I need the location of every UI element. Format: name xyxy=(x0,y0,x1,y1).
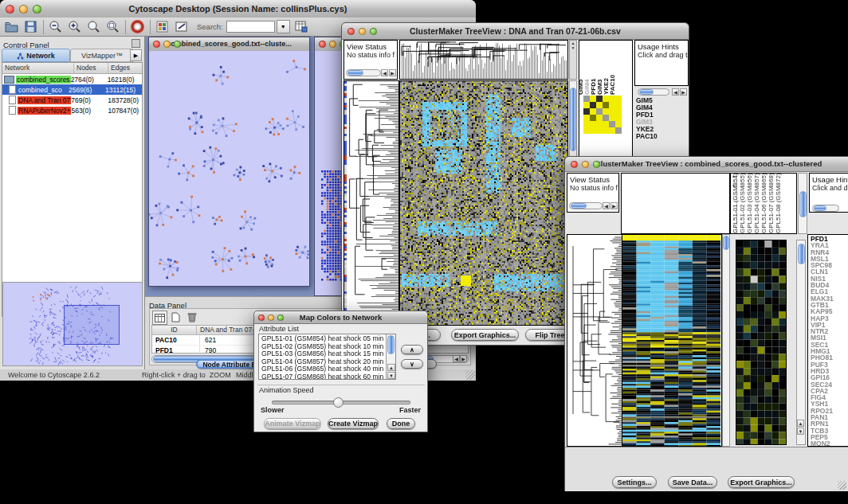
heatmap-vscrollbar[interactable] xyxy=(722,234,730,447)
slider-thumb[interactable] xyxy=(333,397,344,408)
network-view-titlebar[interactable]: combined_scores_good.txt--cluste... xyxy=(149,37,309,52)
close-button[interactable] xyxy=(319,41,326,48)
scroll-down-icon[interactable]: ▼ xyxy=(797,428,804,435)
zoom-selected-icon[interactable] xyxy=(105,19,120,34)
delete-attribute-icon[interactable] xyxy=(185,311,198,323)
open-folder-icon[interactable] xyxy=(4,19,19,34)
float-panel-icon[interactable] xyxy=(132,39,140,48)
scroll-right-icon[interactable]: ▶ xyxy=(389,69,396,76)
network-overview[interactable] xyxy=(2,282,143,366)
new-attribute-icon[interactable] xyxy=(169,311,183,323)
treeview-combined-titlebar[interactable]: ClusterMaker TreeView : combined_scores_… xyxy=(565,157,848,172)
move-down-button[interactable]: ∨ xyxy=(401,359,423,369)
zoom-button[interactable] xyxy=(174,41,181,48)
dendrogram-scroll-strip[interactable]: ▲▼ xyxy=(569,40,577,80)
scroll-up-icon[interactable]: ▲ xyxy=(387,364,395,371)
row-dendrogram-panel[interactable] xyxy=(567,234,622,447)
scroll-left-icon[interactable]: ◀ xyxy=(381,69,388,76)
save-icon[interactable] xyxy=(23,19,38,34)
scroll-right-icon[interactable]: ▶ xyxy=(460,355,467,362)
attribute-listbox[interactable]: GPL51-01 (GSM854) heat shock 05 minGPL51… xyxy=(258,334,396,380)
zoom-button[interactable] xyxy=(33,5,41,14)
network-list-row[interactable]: combined_scores2764(0)16218(0) xyxy=(2,74,142,84)
done-button[interactable]: Done xyxy=(387,418,415,429)
animation-speed-slider[interactable] xyxy=(272,400,410,404)
close-button[interactable] xyxy=(6,5,14,14)
search-table-icon[interactable] xyxy=(294,19,309,34)
scroll-down-icon[interactable]: ▼ xyxy=(387,372,395,379)
help-ring-icon[interactable] xyxy=(130,19,145,34)
close-button[interactable] xyxy=(258,315,265,321)
close-button[interactable] xyxy=(153,41,160,48)
close-button[interactable] xyxy=(571,161,578,168)
close-button[interactable] xyxy=(347,28,355,35)
network-name[interactable]: combined_sco xyxy=(18,86,63,94)
zoom-out-icon[interactable] xyxy=(48,19,63,34)
col-nodes[interactable]: Nodes xyxy=(74,63,108,73)
minimize-button[interactable] xyxy=(582,161,589,168)
animate-vizmap-button[interactable]: Animate Vizmap xyxy=(264,418,321,429)
zoom-button[interactable] xyxy=(277,315,284,321)
attribute-list-vscrollbar[interactable]: ▲ ▼ xyxy=(386,334,395,379)
zoom-vscrollbar[interactable]: ▲ ▼ xyxy=(796,240,806,445)
zoom-fit-icon[interactable] xyxy=(86,19,101,34)
network-name[interactable]: RNAPuberNov2+ xyxy=(18,107,71,115)
column-dendrogram-panel[interactable] xyxy=(399,40,568,80)
attribute-select-icon[interactable] xyxy=(152,311,167,325)
global-mini-heatmap[interactable] xyxy=(583,96,622,134)
gene-label[interactable]: MON2 xyxy=(811,440,848,447)
scroll-left-icon[interactable]: ◀ xyxy=(603,202,610,209)
row-label[interactable]: PAC10 xyxy=(636,133,684,140)
view-status-hscrollbar[interactable] xyxy=(346,69,381,76)
search-input[interactable] xyxy=(226,21,275,33)
dialog-titlebar[interactable]: Map Colors to Network xyxy=(254,311,427,324)
heatmap-canvas[interactable] xyxy=(400,81,567,325)
heatmap-panel[interactable] xyxy=(622,234,722,447)
resize-grip[interactable] xyxy=(465,370,475,380)
column-dendrogram-panel[interactable] xyxy=(621,173,730,234)
row-dendrogram-canvas[interactable] xyxy=(344,81,398,325)
column-dendrogram-canvas[interactable] xyxy=(400,41,567,79)
zoom-button[interactable] xyxy=(593,161,600,168)
scroll-left-icon[interactable]: ◀ xyxy=(672,88,679,96)
usage-hints-hscrollbar[interactable] xyxy=(812,205,839,212)
col-edges[interactable]: Edges xyxy=(108,63,142,73)
network-list-row[interactable]: RNAPuberNov2+563(0)107847(0) xyxy=(2,105,142,115)
data-col-id[interactable]: ID xyxy=(152,326,197,334)
minimize-button[interactable] xyxy=(163,41,171,48)
export-graphics-button[interactable]: Export Graphics... xyxy=(728,476,795,488)
minimize-button[interactable] xyxy=(268,315,274,321)
heatmap-canvas[interactable] xyxy=(622,235,720,446)
row-dendrogram-canvas[interactable] xyxy=(567,235,622,446)
zoom-heatmap-canvas[interactable] xyxy=(736,240,786,444)
zoom-heatmap-panel[interactable] xyxy=(736,240,787,445)
export-graphics-button[interactable]: Export Graphics... xyxy=(451,329,519,341)
search-dropdown-button[interactable]: ▼ xyxy=(277,20,290,33)
treeview-dna-titlebar[interactable]: ClusterMaker TreeView : DNA and Tran 07-… xyxy=(342,23,689,40)
minimize-button[interactable] xyxy=(19,5,28,14)
settings-button[interactable]: Settings... xyxy=(612,476,657,488)
save-data-button[interactable]: Save Data... xyxy=(668,476,717,488)
tab-overflow-button[interactable]: ▶ xyxy=(130,49,142,61)
zoom-button[interactable] xyxy=(370,28,377,35)
network-table-header[interactable]: Network Nodes Edges xyxy=(2,63,142,74)
network-list-row[interactable]: DNA and Tran 07769(0)183728(0) xyxy=(2,95,142,105)
heatmap-panel[interactable] xyxy=(399,80,568,326)
row-dendrogram-panel[interactable] xyxy=(344,80,399,326)
move-up-button[interactable]: ∧ xyxy=(401,345,423,354)
scroll-right-icon[interactable]: ▶ xyxy=(610,202,618,209)
vizmapper-icon[interactable] xyxy=(155,19,170,34)
zoom-in-icon[interactable] xyxy=(67,19,82,34)
tab-network[interactable]: Network xyxy=(2,49,70,62)
annotation-icon[interactable] xyxy=(174,19,189,34)
scroll-up-icon[interactable]: ▲ xyxy=(797,420,804,427)
network-list-row[interactable]: combined_sco2569(6)13112(15) xyxy=(2,84,142,95)
network-name[interactable]: DNA and Tran 07 xyxy=(18,96,71,104)
scroll-right-icon[interactable]: ▶ xyxy=(680,88,687,96)
network-name[interactable]: combined_scores xyxy=(16,76,71,84)
create-vizmap-button[interactable]: Create Vizmap xyxy=(328,418,379,429)
main-titlebar[interactable]: Cytoscape Desktop (Session Name: collins… xyxy=(0,0,476,18)
usage-hints-hscrollbar[interactable] xyxy=(638,88,669,96)
col-network[interactable]: Network xyxy=(2,63,74,73)
column-labels-vscrollbar[interactable] xyxy=(798,173,807,234)
